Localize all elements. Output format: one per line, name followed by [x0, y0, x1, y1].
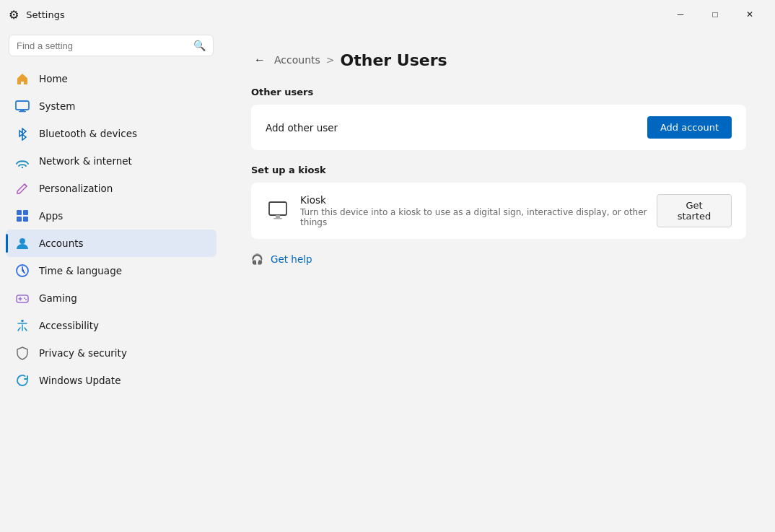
personalization-icon [14, 180, 30, 196]
sidebar-label-time: Time & language [39, 265, 122, 276]
sidebar-item-bluetooth[interactable]: Bluetooth & devices [6, 120, 216, 147]
privacy-icon [14, 345, 30, 361]
sidebar-item-personalization[interactable]: Personalization [6, 175, 216, 202]
sidebar-item-accessibility[interactable]: Accessibility [6, 312, 216, 339]
sidebar-label-gaming: Gaming [39, 292, 77, 304]
close-button[interactable]: ✕ [733, 3, 766, 26]
window-controls: ─ □ ✕ [664, 3, 766, 26]
svg-point-3 [22, 167, 23, 168]
svg-rect-4 [17, 210, 22, 215]
svg-rect-0 [16, 101, 29, 110]
get-help-link[interactable]: 🎧 Get help [251, 253, 746, 265]
svg-point-8 [19, 238, 25, 244]
sidebar-item-privacy[interactable]: Privacy & security [6, 339, 216, 367]
breadcrumb-separator: > [326, 54, 335, 66]
update-icon [14, 372, 30, 388]
sidebar-label-privacy: Privacy & security [39, 347, 127, 359]
sidebar-nav: Home System Bluetooth & devices Network … [6, 65, 216, 394]
sidebar-item-time[interactable]: Time & language [6, 257, 216, 284]
kiosk-label: Kiosk [300, 194, 657, 206]
bluetooth-icon [14, 126, 30, 141]
svg-rect-1 [20, 110, 25, 111]
svg-rect-6 [17, 217, 22, 222]
breadcrumb: ← Accounts > Other Users [251, 51, 746, 69]
sidebar-item-system[interactable]: System [6, 92, 216, 120]
svg-rect-14 [269, 202, 286, 215]
sidebar: 🔍 Home System Bluetooth & devices Networ… [0, 29, 222, 532]
svg-point-12 [25, 299, 27, 300]
main-content: ← Accounts > Other Users Other users Add… [222, 29, 775, 532]
network-icon [14, 153, 30, 169]
breadcrumb-parent[interactable]: Accounts [274, 54, 320, 66]
kiosk-info: Kiosk Turn this device into a kiosk to u… [266, 194, 657, 227]
title-bar-left: ⚙️ Settings [9, 8, 65, 22]
svg-rect-2 [19, 111, 26, 112]
sidebar-label-home: Home [39, 73, 68, 84]
svg-point-11 [24, 297, 25, 299]
kiosk-icon [266, 198, 290, 224]
system-icon [14, 98, 30, 114]
search-box[interactable]: 🔍 [9, 35, 214, 56]
svg-point-13 [21, 320, 24, 323]
sidebar-item-home[interactable]: Home [6, 65, 216, 92]
sidebar-item-apps[interactable]: Apps [6, 202, 216, 230]
sidebar-label-apps: Apps [39, 210, 63, 222]
back-button[interactable]: ← [251, 51, 268, 69]
app-title: Settings [26, 9, 64, 20]
accounts-icon [14, 235, 30, 251]
minimize-button[interactable]: ─ [664, 3, 697, 26]
accessibility-icon [14, 318, 30, 333]
sidebar-item-accounts[interactable]: Accounts [6, 230, 216, 257]
sidebar-label-accounts: Accounts [39, 237, 84, 249]
settings-app-icon: ⚙️ [9, 8, 19, 22]
time-icon [14, 263, 30, 279]
get-started-button[interactable]: Get started [657, 194, 732, 227]
sidebar-label-bluetooth: Bluetooth & devices [39, 128, 137, 139]
maximize-button[interactable]: □ [699, 3, 732, 26]
sidebar-label-network: Network & internet [39, 155, 132, 167]
sidebar-label-personalization: Personalization [39, 183, 113, 194]
add-other-user-label: Add other user [266, 122, 338, 134]
breadcrumb-current: Other Users [341, 51, 447, 69]
help-icon: 🎧 [251, 253, 263, 265]
app-body: 🔍 Home System Bluetooth & devices Networ… [0, 29, 775, 532]
svg-rect-5 [23, 210, 28, 215]
get-help-label: Get help [271, 253, 312, 265]
add-account-button[interactable]: Add account [647, 116, 732, 139]
search-input[interactable] [17, 40, 188, 51]
sidebar-item-gaming[interactable]: Gaming [6, 284, 216, 312]
add-other-user-row: Add other user Add account [251, 105, 746, 150]
kiosk-section-title: Set up a kiosk [251, 165, 746, 175]
other-users-section-title: Other users [251, 87, 746, 97]
sidebar-item-update[interactable]: Windows Update [6, 367, 216, 394]
svg-rect-7 [23, 217, 28, 222]
svg-rect-15 [276, 215, 280, 218]
apps-icon [14, 208, 30, 224]
sidebar-label-accessibility: Accessibility [39, 320, 99, 331]
kiosk-text: Kiosk Turn this device into a kiosk to u… [300, 194, 657, 227]
kiosk-card: Kiosk Turn this device into a kiosk to u… [251, 183, 746, 239]
home-icon [14, 71, 30, 87]
sidebar-label-update: Windows Update [39, 375, 121, 386]
sidebar-item-network[interactable]: Network & internet [6, 147, 216, 175]
svg-rect-16 [273, 218, 282, 219]
sidebar-label-system: System [39, 100, 75, 112]
kiosk-row: Kiosk Turn this device into a kiosk to u… [251, 183, 746, 239]
gaming-icon [14, 290, 30, 306]
search-icon: 🔍 [193, 40, 206, 51]
other-users-card: Add other user Add account [251, 105, 746, 150]
kiosk-description: Turn this device into a kiosk to use as … [300, 207, 657, 227]
title-bar: ⚙️ Settings ─ □ ✕ [0, 0, 775, 29]
